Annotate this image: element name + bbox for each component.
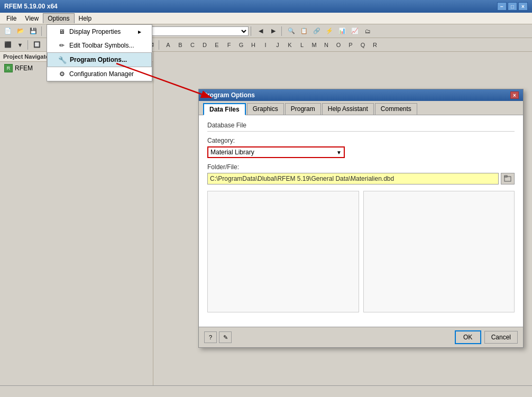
tb-sep-1 xyxy=(41,26,43,36)
tb2-sep-3 xyxy=(159,40,161,50)
status-bar xyxy=(0,385,532,397)
close-button[interactable]: × xyxy=(518,2,528,11)
dropdown-edit-toolbar-label: Edit Toolbar Symbols... xyxy=(69,42,134,49)
tb2-btn2[interactable]: ▼ xyxy=(14,40,26,50)
tb-sep-4 xyxy=(251,26,253,36)
left-panel: Project Navigator R RFEM xyxy=(0,52,153,385)
tb2-btn22[interactable]: J xyxy=(272,40,283,50)
menu-help[interactable]: Help xyxy=(75,14,96,23)
program-options-icon: 🔧 xyxy=(58,56,67,64)
tab-comments[interactable]: Comments xyxy=(375,103,417,115)
tb2-btn26[interactable]: N xyxy=(320,40,332,50)
edit-icon-button[interactable]: ✎ xyxy=(219,331,232,343)
tab-data-files[interactable]: Data Files xyxy=(203,103,246,115)
cancel-button[interactable]: Cancel xyxy=(484,331,518,344)
category-dropdown[interactable]: Material Library ▼ xyxy=(207,146,345,158)
config-manager-icon: ⚙ xyxy=(58,70,66,78)
dialog-content: Database File Category: Material Library… xyxy=(199,115,523,327)
dropdown-config-manager[interactable]: ⚙ Configuration Manager xyxy=(47,67,152,81)
tab-help-assistant[interactable]: Help Assistant xyxy=(322,103,374,115)
tb2-btn16[interactable]: D xyxy=(199,40,210,50)
tb2-btn23[interactable]: K xyxy=(284,40,296,50)
tb2-btn28[interactable]: P xyxy=(345,40,356,50)
dropdown-program-options-label: Program Options... xyxy=(70,56,127,63)
tb2-btn24[interactable]: L xyxy=(296,40,308,50)
footer-left-buttons: ? ✎ xyxy=(204,331,232,343)
tb2-btn27[interactable]: O xyxy=(333,40,344,50)
tb-btn13[interactable]: 🗂 xyxy=(362,26,373,36)
options-dropdown: 🖥 Display Properties ▶ ✏ Edit Toolbar Sy… xyxy=(47,24,152,81)
title-bar: RFEM 5.19.00 x64 − □ × xyxy=(0,0,532,13)
display-props-icon: 🖥 xyxy=(58,27,66,36)
tb2-btn21[interactable]: I xyxy=(260,40,271,50)
display-props-arrow: ▶ xyxy=(138,30,141,34)
dropdown-display-properties[interactable]: 🖥 Display Properties ▶ xyxy=(47,25,152,39)
category-label: Category: xyxy=(207,137,515,144)
file-browse-button[interactable] xyxy=(501,173,515,184)
panel-right xyxy=(363,191,515,312)
tb2-btn19[interactable]: G xyxy=(235,40,247,50)
program-options-dialog: Program Options × Data Files Graphics Pr… xyxy=(198,89,524,348)
tb2-btn3[interactable]: 🔲 xyxy=(31,40,43,50)
dropdown-config-manager-label: Configuration Manager xyxy=(69,70,134,78)
maximize-button[interactable]: □ xyxy=(508,2,517,11)
tb2-btn13[interactable]: A xyxy=(162,40,174,50)
tb-btn8[interactable]: 📋 xyxy=(298,26,310,36)
tb2-btn30[interactable]: R xyxy=(369,40,381,50)
tb-save[interactable]: 💾 xyxy=(27,26,39,36)
tb2-btn1[interactable]: ⬛ xyxy=(2,40,14,50)
tb2-sep-1 xyxy=(27,40,30,50)
browse-icon xyxy=(504,175,511,182)
menu-options[interactable]: Options xyxy=(43,13,74,23)
tb-nav-back[interactable]: ◀ xyxy=(255,26,267,36)
tb2-btn17[interactable]: E xyxy=(211,40,223,50)
tb-btn12[interactable]: 📈 xyxy=(349,26,361,36)
help-icon: ? xyxy=(209,334,212,340)
menu-file[interactable]: File xyxy=(2,14,21,23)
tb-nav-fwd[interactable]: ▶ xyxy=(268,26,279,36)
tb2-btn20[interactable]: H xyxy=(247,40,259,50)
tree-item-label: RFEM xyxy=(15,64,33,72)
category-value: Material Library xyxy=(210,149,254,156)
edit-icon: ✎ xyxy=(223,334,228,341)
menu-view[interactable]: View xyxy=(21,14,43,23)
tb2-btn15[interactable]: C xyxy=(187,40,198,50)
dialog-title-text: Program Options xyxy=(203,91,255,99)
panel-left xyxy=(207,191,359,312)
tb-sep-5 xyxy=(281,26,283,36)
tb-new[interactable]: 📄 xyxy=(2,26,14,36)
tb2-btn14[interactable]: B xyxy=(175,40,186,50)
dialog-footer: ? ✎ OK Cancel xyxy=(199,327,523,347)
help-icon-button[interactable]: ? xyxy=(204,331,217,343)
file-path-container xyxy=(207,173,515,184)
dialog-close-button[interactable]: × xyxy=(510,91,519,99)
ok-button[interactable]: OK xyxy=(455,330,481,344)
rfem-icon: R xyxy=(4,64,13,72)
tb2-btn18[interactable]: F xyxy=(223,40,235,50)
tb2-btn29[interactable]: Q xyxy=(357,40,369,50)
dialog-title-bar: Program Options × xyxy=(199,89,523,101)
tab-graphics[interactable]: Graphics xyxy=(247,103,284,115)
dialog-panels xyxy=(207,191,515,312)
folder-label: Folder/File: xyxy=(207,163,515,171)
app-title: RFEM 5.19.00 x64 xyxy=(4,3,58,10)
dropdown-display-properties-label: Display Properties xyxy=(69,28,121,35)
database-file-header: Database File xyxy=(207,122,515,132)
dialog-tabs: Data Files Graphics Program Help Assista… xyxy=(199,101,523,115)
dropdown-arrow-icon: ▼ xyxy=(336,150,342,155)
dropdown-program-options[interactable]: 🔧 Program Options... xyxy=(47,52,152,67)
tb-btn11[interactable]: 📊 xyxy=(336,26,348,36)
tb-btn10[interactable]: ⚡ xyxy=(324,26,335,36)
tb2-btn25[interactable]: M xyxy=(308,40,320,50)
tab-program[interactable]: Program xyxy=(285,103,321,115)
tb-btn7[interactable]: 🔍 xyxy=(286,26,297,36)
tb-btn9[interactable]: 🔗 xyxy=(311,26,323,36)
file-path-input[interactable] xyxy=(207,173,499,184)
title-controls: − □ × xyxy=(497,2,528,11)
minimize-button[interactable]: − xyxy=(497,2,507,11)
dropdown-edit-toolbar[interactable]: ✏ Edit Toolbar Symbols... xyxy=(47,39,152,52)
edit-toolbar-icon: ✏ xyxy=(58,41,66,50)
tb-open[interactable]: 📂 xyxy=(15,26,26,36)
menu-bar: File View Options Help xyxy=(0,13,532,24)
